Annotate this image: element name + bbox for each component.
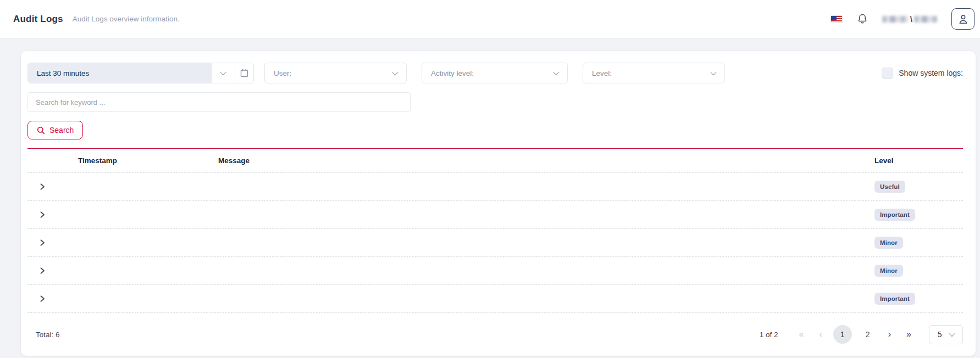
current-user-display: \	[882, 14, 937, 24]
notifications-bell-button[interactable]	[857, 13, 868, 25]
level-badge: Important	[874, 293, 915, 305]
top-bar: Audit Logs Audit Logs overview informati…	[0, 0, 980, 38]
table-row: Important	[27, 285, 963, 313]
level-badge: Minor	[874, 265, 903, 277]
search-button-label: Search	[49, 126, 74, 135]
show-system-logs-control: Show system logs:	[882, 68, 963, 79]
level-column-header: Level	[874, 156, 963, 165]
last-page-button[interactable]: »	[902, 327, 916, 342]
user-select[interactable]: User:	[264, 63, 407, 83]
chevron-down-icon	[949, 331, 955, 337]
level-select-label: Level:	[592, 69, 612, 77]
chevron-down-icon	[220, 69, 226, 75]
search-button-row: Search	[27, 121, 963, 139]
page-size-select[interactable]: 5	[929, 325, 963, 344]
expand-row-button[interactable]	[37, 210, 47, 220]
table-row: Minor	[27, 257, 963, 285]
expand-row-button[interactable]	[37, 294, 47, 304]
next-page-button[interactable]: ›	[884, 327, 895, 342]
expand-row-button[interactable]	[37, 182, 47, 192]
level-badge: Useful	[874, 181, 905, 193]
chevron-right-icon	[38, 211, 46, 219]
search-button[interactable]: Search	[27, 121, 83, 139]
show-system-logs-label: Show system logs:	[899, 69, 963, 77]
table-row: Useful	[27, 173, 963, 201]
table-row: Minor	[27, 229, 963, 257]
us-flag-icon	[830, 15, 843, 23]
domain-separator: \	[910, 14, 912, 24]
level-select[interactable]: Level:	[583, 63, 725, 83]
chevron-right-icon	[38, 267, 46, 275]
redacted-domain	[882, 16, 909, 23]
prev-page-button[interactable]: ‹	[815, 327, 826, 342]
chevron-right-icon	[38, 239, 46, 247]
page-subtitle: Audit Logs overview information.	[73, 15, 180, 23]
timestamp-column-header: Timestamp	[78, 156, 218, 165]
chevron-down-icon	[553, 69, 559, 75]
keyword-search-input[interactable]	[27, 92, 411, 112]
message-column-header: Message	[218, 156, 874, 165]
chevron-down-icon	[710, 69, 716, 75]
audit-logs-card: Last 30 minutes User: Activity level: Le…	[21, 51, 976, 356]
search-row	[27, 92, 963, 112]
first-page-button[interactable]: «	[795, 327, 809, 342]
page-size-value: 5	[938, 330, 942, 339]
expand-row-button[interactable]	[37, 266, 47, 276]
date-range-dropdown-toggle[interactable]	[211, 63, 235, 83]
level-badge: Important	[874, 209, 915, 221]
bell-icon	[857, 13, 868, 25]
filters-row: Last 30 minutes User: Activity level: Le…	[27, 63, 963, 83]
person-icon	[958, 14, 968, 25]
chevron-right-icon	[38, 295, 46, 303]
user-select-label: User:	[274, 69, 291, 77]
page-title: Audit Logs	[13, 14, 63, 25]
language-flag-button[interactable]	[830, 15, 843, 23]
activity-level-select-label: Activity level:	[431, 69, 474, 77]
account-button[interactable]	[951, 8, 975, 30]
show-system-logs-checkbox[interactable]	[882, 68, 893, 79]
expand-row-button[interactable]	[37, 238, 47, 248]
table-row: Important	[27, 201, 963, 229]
chevron-right-icon	[38, 183, 46, 191]
magnifier-icon	[37, 126, 45, 135]
date-range-picker[interactable]: Last 30 minutes	[27, 63, 254, 83]
topbar-actions: \	[830, 8, 975, 30]
table-header: Timestamp Message Level	[27, 149, 963, 173]
page-2-button[interactable]: 2	[859, 325, 877, 344]
page-info: 1 of 2	[760, 331, 778, 339]
date-range-value[interactable]: Last 30 minutes	[28, 63, 211, 83]
date-range-calendar-toggle[interactable]	[235, 63, 253, 83]
table-body: Useful Important	[27, 173, 963, 313]
chevron-down-icon	[392, 69, 398, 75]
table-footer: Total: 6 1 of 2 « ‹ 1 2 › » 5	[27, 313, 963, 356]
activity-level-select[interactable]: Activity level:	[422, 63, 568, 83]
total-count: Total: 6	[36, 331, 60, 339]
redacted-username	[914, 16, 937, 23]
pagination: 1 of 2 « ‹ 1 2 › » 5	[760, 325, 963, 344]
calendar-icon	[240, 69, 248, 77]
level-badge: Minor	[874, 237, 903, 249]
page-1-button[interactable]: 1	[833, 325, 852, 344]
